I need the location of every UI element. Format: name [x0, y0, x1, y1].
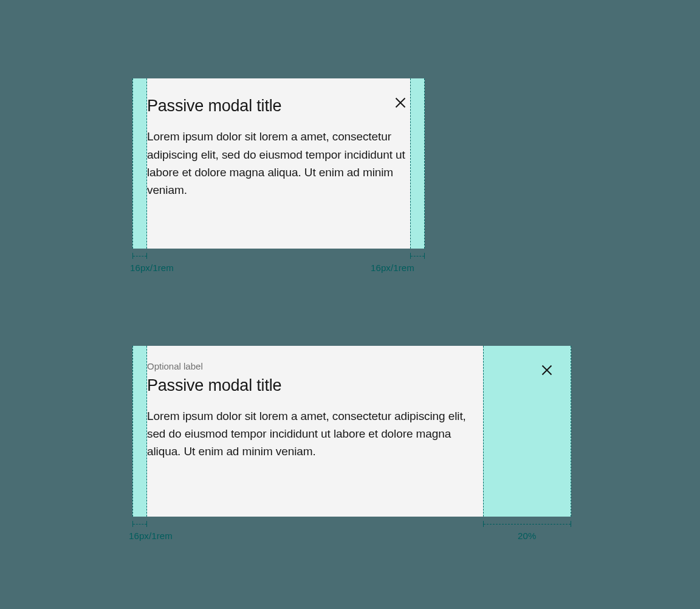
- padding-guide-left: [132, 78, 147, 249]
- measure-label-left: 16px/1rem: [130, 263, 174, 273]
- modal-content: Optional label Passive modal title Lorem…: [147, 346, 483, 517]
- measure-label-right: 16px/1rem: [371, 263, 414, 273]
- modal-title: Passive modal title: [147, 375, 483, 396]
- measure-bracket: [132, 253, 147, 259]
- modal-label: Optional label: [147, 360, 483, 373]
- padding-guide-right: [483, 346, 571, 517]
- modal-body: Lorem ipsum dolor sit lorem a amet, cons…: [147, 407, 483, 461]
- modal-body: Lorem ipsum dolor sit lorem a amet, cons…: [147, 128, 410, 199]
- passive-modal-large: Optional label Passive modal title Lorem…: [132, 346, 571, 517]
- close-icon[interactable]: [394, 97, 407, 109]
- padding-guide-left: [132, 346, 147, 517]
- modal-title: Passive modal title: [147, 95, 410, 117]
- measure-bracket: [132, 521, 147, 527]
- measure-bracket: [483, 521, 571, 527]
- modal-content: Passive modal title Lorem ipsum dolor si…: [147, 78, 410, 249]
- measure-bracket: [410, 253, 425, 259]
- measure-label-left: 16px/1rem: [129, 531, 173, 541]
- padding-guide-right: [410, 78, 425, 249]
- measure-label-right: 20%: [518, 531, 536, 541]
- close-icon[interactable]: [541, 364, 553, 376]
- passive-modal-small: Passive modal title Lorem ipsum dolor si…: [132, 78, 425, 249]
